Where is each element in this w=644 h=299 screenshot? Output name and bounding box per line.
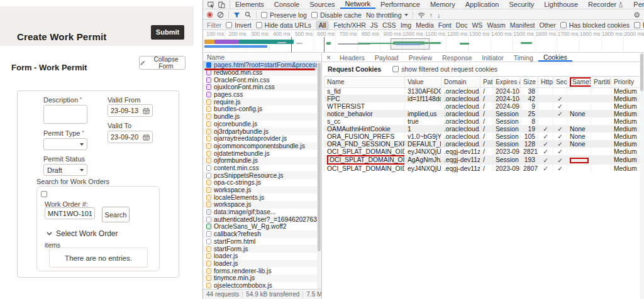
request-row[interactable]: ojcorebundle.js: [203, 121, 318, 128]
request-row[interactable]: ojcommoncomponentsbundle.js: [203, 143, 318, 150]
cookie-column-value[interactable]: Value: [405, 77, 441, 88]
tab-performance[interactable]: Performance: [375, 0, 425, 9]
close-detail-icon[interactable]: ×: [323, 53, 335, 62]
request-row[interactable]: opa-cc-strings.js: [203, 179, 318, 187]
scrollbar-thumb[interactable]: [318, 63, 321, 251]
filter-chip-ws[interactable]: WS: [472, 21, 482, 29]
detail-tab-initiator[interactable]: Initiator: [477, 53, 508, 62]
search-button[interactable]: Search: [102, 207, 130, 222]
filter-chip-all[interactable]: All: [316, 21, 330, 30]
request-row[interactable]: bundles-config.js: [203, 106, 318, 113]
filter-chip-img[interactable]: Img: [401, 21, 412, 29]
request-row[interactable]: pcsSnippetsResource.js: [203, 171, 318, 179]
request-row[interactable]: ojarraytreedataprovider.js: [203, 135, 318, 143]
requests-name-column-header[interactable]: Name: [203, 53, 321, 62]
filter-chip-other[interactable]: Other: [539, 21, 555, 29]
cookie-column-http[interactable]: Http...: [538, 77, 553, 88]
detail-tab-headers[interactable]: Headers: [335, 53, 370, 62]
request-row[interactable]: localeElements.js: [203, 193, 318, 201]
detail-tab-preview[interactable]: Preview: [404, 53, 437, 62]
description-textarea[interactable]: [43, 105, 87, 124]
request-row[interactable]: ojselectcombobox.js: [203, 282, 318, 290]
cookie-column-sec[interactable]: Sec...: [553, 77, 567, 88]
record-network-log-icon[interactable]: [207, 12, 213, 18]
tab-performance-insights[interactable]: Performance insights: [628, 0, 644, 9]
throttling-select[interactable]: No throttling: [366, 11, 408, 19]
tab-recorder[interactable]: Recorder: [583, 0, 628, 9]
request-row[interactable]: bundle.js: [203, 113, 318, 121]
tab-application[interactable]: Application: [460, 0, 504, 9]
valid-to-input[interactable]: 23-09-20: [108, 131, 153, 143]
filter-chip-media[interactable]: Media: [416, 21, 434, 29]
request-row[interactable]: require.js: [203, 98, 318, 106]
has-blocked-cookies-checkbox[interactable]: Has blocked cookies: [560, 21, 630, 29]
cookie-column-name[interactable]: Name: [325, 77, 405, 88]
calendar-icon[interactable]: [143, 107, 150, 114]
collapse-form-button[interactable]: Collapse Form: [139, 56, 186, 70]
cookie-column-size[interactable]: Size: [521, 77, 538, 88]
checkbox-box[interactable]: [560, 22, 567, 28]
permit-type-select[interactable]: [43, 138, 87, 150]
hide-data-urls-checkbox[interactable]: Hide data URLs: [256, 21, 311, 29]
request-row[interactable]: startForm.js: [203, 245, 318, 253]
cookie-column-expires[interactable]: Expires / ...: [493, 77, 521, 88]
request-row[interactable]: authenticatedUser?_=1694620276375: [203, 215, 318, 223]
cookie-column-priority[interactable]: Priority: [611, 77, 644, 88]
blocked-requests-checkbox[interactable]: Blocked Requests: [634, 21, 644, 29]
request-row[interactable]: ojdatetimebundle.js: [203, 150, 318, 157]
cookie-column-partiti[interactable]: Partiti...: [591, 77, 611, 88]
filter-chip-wasm[interactable]: Wasm: [487, 21, 505, 29]
clear-network-log-icon[interactable]: [217, 11, 224, 18]
detail-tab-timing[interactable]: Timing: [509, 53, 538, 62]
permit-status-select[interactable]: Draft: [43, 164, 87, 176]
tab-memory[interactable]: Memory: [425, 0, 460, 9]
checkbox-box[interactable]: [392, 66, 399, 72]
network-conditions-icon[interactable]: [418, 12, 425, 18]
show-filtered-cookies-checkbox[interactable]: show filtered out request cookies: [392, 65, 497, 73]
request-row[interactable]: startForm.html: [203, 238, 318, 246]
search-icon[interactable]: [245, 11, 252, 18]
request-row[interactable]: workspace.js: [203, 201, 318, 209]
request-row[interactable]: pages.html?root=startForm&processDefId=1…: [203, 62, 318, 69]
preserve-log-checkbox[interactable]: Preserve log: [261, 11, 307, 19]
cookie-column-path[interactable]: Path: [480, 77, 493, 88]
checkbox-box[interactable]: [634, 22, 640, 28]
select-work-order-toggle[interactable]: Select Work Order: [47, 229, 118, 238]
tab-sources[interactable]: Sources: [304, 0, 340, 9]
filter-chip-font[interactable]: Font: [438, 21, 452, 29]
disable-cache-checkbox[interactable]: Disable cache: [311, 11, 362, 19]
tab-elements[interactable]: Elements: [230, 0, 269, 9]
request-row[interactable]: pages.css: [203, 91, 318, 99]
cookie-column-samesite[interactable]: SameSite: [567, 77, 591, 88]
detail-tab-cookies[interactable]: Cookies: [538, 53, 572, 62]
device-toolbar-icon[interactable]: [218, 1, 225, 8]
filter-chip-css[interactable]: CSS: [382, 21, 396, 29]
checkbox-box[interactable]: [311, 12, 318, 18]
submit-button[interactable]: Submit: [151, 25, 184, 40]
network-settings-gear-icon[interactable]: ⚙: [633, 11, 640, 19]
request-row[interactable]: OracleFont.min.css: [203, 76, 318, 84]
filter-chip-js[interactable]: JS: [370, 21, 378, 29]
calendar-icon[interactable]: [143, 134, 150, 141]
request-row[interactable]: forms.renderer-lib.js: [203, 267, 318, 275]
request-row[interactable]: oj3rdpartybundle.js: [203, 128, 318, 135]
request-row[interactable]: OracleSans_W_Rg.woff2: [203, 223, 318, 231]
cookie-column-domain[interactable]: Domain: [441, 77, 480, 88]
tab-console[interactable]: Console: [269, 0, 304, 9]
checkbox-box[interactable]: [256, 22, 262, 28]
request-row[interactable]: ojuxIconFont.min.css: [203, 84, 318, 91]
overview-selection-frame[interactable]: [391, 38, 430, 50]
requests-scrollbar[interactable]: [317, 62, 321, 289]
import-har-icon[interactable]: ↑: [430, 11, 433, 19]
request-row[interactable]: loader.js: [203, 260, 318, 268]
detail-tab-response[interactable]: Response: [437, 53, 477, 62]
filter-funnel-icon[interactable]: [233, 12, 240, 18]
network-overview-waterfall[interactable]: [203, 37, 644, 53]
detail-scrollbar[interactable]: [640, 53, 644, 299]
request-row[interactable]: content.min.css: [203, 165, 318, 172]
tab-security[interactable]: Security: [504, 0, 539, 9]
invert-checkbox[interactable]: Invert: [226, 21, 251, 29]
inspect-element-icon[interactable]: [208, 1, 214, 8]
tab-lighthouse[interactable]: Lighthouse: [539, 0, 583, 9]
request-row[interactable]: loader.js: [203, 253, 318, 260]
